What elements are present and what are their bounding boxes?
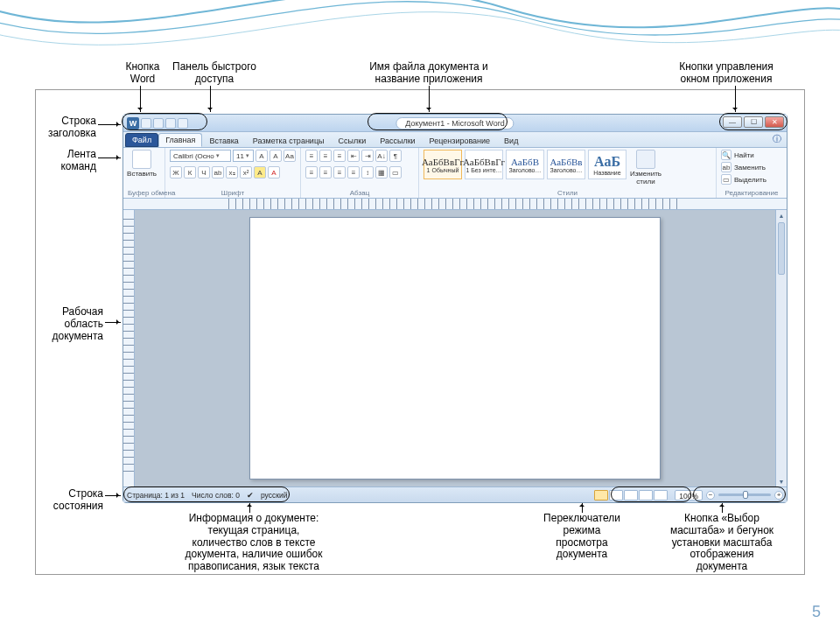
help-icon[interactable]: ⓘ <box>767 131 787 147</box>
line-spacing-icon[interactable]: ↕ <box>361 166 374 178</box>
tab-file[interactable]: Файл <box>125 133 158 147</box>
group-editing: 🔍Найти abЗаменить ▭Выделить Редактирован… <box>717 148 787 198</box>
justify-icon[interactable]: ≡ <box>347 166 360 178</box>
zoom-out-button[interactable]: − <box>706 491 715 500</box>
bullets-icon[interactable]: ≡ <box>305 150 318 162</box>
arrow <box>140 86 141 112</box>
grow-font-icon[interactable]: A <box>256 150 268 162</box>
minimize-button[interactable]: — <box>723 116 742 128</box>
scroll-up-icon[interactable]: ▲ <box>776 210 787 220</box>
superscript-icon[interactable]: x² <box>240 166 252 178</box>
replace-button[interactable]: abЗаменить <box>721 162 766 172</box>
titlebar: W Документ1 - Microsoft Word — ☐ ✕ <box>123 115 787 132</box>
workspace: ▲ ▼ <box>123 210 787 486</box>
scroll-thumb[interactable] <box>778 222 785 275</box>
ruler-horizontal[interactable] <box>123 199 787 210</box>
callout-ribbon: Лента команд <box>35 149 96 173</box>
view-print-layout[interactable] <box>594 490 608 500</box>
strike-icon[interactable]: ab <box>212 166 224 178</box>
close-button[interactable]: ✕ <box>765 116 784 128</box>
align-center-icon[interactable]: ≡ <box>319 166 332 178</box>
slide-number: 5 <box>812 603 821 621</box>
qat-undo-icon[interactable] <box>153 118 164 129</box>
status-proof-icon[interactable]: ✔ <box>247 491 254 500</box>
group-clipboard: Вставить Буфер обмена <box>123 148 165 198</box>
multilevel-icon[interactable]: ≡ <box>333 150 346 162</box>
style-heading2[interactable]: АаБбВв Заголово… <box>547 150 585 179</box>
arrow <box>98 124 121 125</box>
tab-home[interactable]: Главная <box>158 133 202 147</box>
qat-save-icon[interactable] <box>141 118 151 129</box>
tab-review[interactable]: Рецензирование <box>423 134 498 147</box>
numbering-icon[interactable]: ≡ <box>319 150 332 162</box>
ribbon: Вставить Буфер обмена Calibri (Осно▾ 11▾… <box>123 148 787 199</box>
status-words[interactable]: Число слов: 0 <box>192 491 240 500</box>
font-color-icon[interactable]: A <box>268 166 280 178</box>
tab-mail[interactable]: Рассылки <box>373 134 422 147</box>
callout-file-title: Имя файла документа и название приложени… <box>359 61 499 86</box>
group-paragraph: ≡ ≡ ≡ ⇤ ⇥ A↓ ¶ ≡ ≡ ≡ ≡ ↕ ▦ <box>301 148 419 198</box>
italic-button[interactable]: К <box>184 166 196 178</box>
bold-button[interactable]: Ж <box>170 166 182 178</box>
find-button[interactable]: 🔍Найти <box>721 150 766 160</box>
qat-redo-icon[interactable] <box>165 118 176 129</box>
style-no-spacing[interactable]: АаБбВвГг 1 Без инте… <box>465 150 503 179</box>
maximize-button[interactable]: ☐ <box>744 116 763 128</box>
style-normal[interactable]: АаБбВвГг 1 Обычный <box>424 150 462 179</box>
subscript-icon[interactable]: x₂ <box>226 166 238 178</box>
scroll-down-icon[interactable]: ▼ <box>776 476 787 486</box>
callout-word-button: Кнопка Word <box>121 61 164 86</box>
zoom-slider[interactable] <box>718 494 771 496</box>
view-draft[interactable] <box>654 490 668 500</box>
view-outline[interactable] <box>639 490 653 500</box>
sort-icon[interactable]: A↓ <box>375 150 388 162</box>
borders-icon[interactable]: ▭ <box>389 166 402 178</box>
clear-fmt-icon[interactable]: Aa <box>284 150 296 162</box>
page[interactable] <box>249 217 661 480</box>
tab-insert[interactable]: Вставка <box>202 134 245 147</box>
font-name-combo[interactable]: Calibri (Осно▾ <box>170 150 231 162</box>
diagram-stage: Кнопка Word Панель быстрого доступа Имя … <box>35 61 805 578</box>
ruler-vertical[interactable] <box>123 210 135 486</box>
align-right-icon[interactable]: ≡ <box>333 166 346 178</box>
align-left-icon[interactable]: ≡ <box>305 166 318 178</box>
style-heading1[interactable]: АаБбВ Заголово… <box>506 150 544 179</box>
callout-statusbar: Строка состояния <box>35 488 103 513</box>
group-editing-label: Редактирование <box>721 188 782 197</box>
arrow <box>582 502 583 513</box>
word-menu-button[interactable]: W <box>127 117 139 130</box>
status-page[interactable]: Страница: 1 из 1 <box>127 491 185 500</box>
paste-button[interactable]: Вставить <box>128 150 156 178</box>
qat-more-icon[interactable] <box>178 118 188 129</box>
find-icon: 🔍 <box>721 150 732 160</box>
paste-label: Вставить <box>127 170 157 178</box>
zoom-slider-knob[interactable] <box>743 491 748 499</box>
underline-button[interactable]: Ч <box>198 166 210 178</box>
ribbon-tabs: Файл Главная Вставка Разметка страницы С… <box>123 132 787 148</box>
highlight-icon[interactable]: A <box>254 166 266 178</box>
scrollbar-vertical[interactable]: ▲ ▼ <box>775 210 787 486</box>
indent-dec-icon[interactable]: ⇤ <box>347 150 360 162</box>
view-web[interactable] <box>624 490 638 500</box>
zoom-in-button[interactable]: + <box>774 491 783 500</box>
document-area[interactable] <box>135 210 775 486</box>
view-mode-switcher <box>594 490 668 500</box>
zoom-percent-button[interactable]: 100% <box>675 490 703 500</box>
shrink-font-icon[interactable]: A <box>270 150 282 162</box>
statusbar: Страница: 1 из 1 Число слов: 0 ✔ русский… <box>123 486 787 502</box>
status-lang[interactable]: русский <box>261 491 288 500</box>
group-clipboard-label: Буфер обмена <box>128 188 160 197</box>
group-font-label: Шрифт <box>170 188 296 197</box>
tab-layout[interactable]: Разметка страницы <box>246 134 332 147</box>
tab-refs[interactable]: Ссылки <box>332 134 374 147</box>
font-size-combo[interactable]: 11▾ <box>233 150 254 162</box>
style-title[interactable]: АаБ Название <box>588 150 626 179</box>
shading-icon[interactable]: ▦ <box>375 166 388 178</box>
view-full-read[interactable] <box>609 490 623 500</box>
show-marks-icon[interactable]: ¶ <box>389 150 402 162</box>
group-font: Calibri (Осно▾ 11▾ A A Aa Ж К Ч ab <box>165 148 301 198</box>
select-button[interactable]: ▭Выделить <box>721 174 766 185</box>
change-styles-button[interactable]: Изменить стили <box>629 150 662 186</box>
indent-inc-icon[interactable]: ⇥ <box>361 150 374 162</box>
tab-view[interactable]: Вид <box>497 134 525 147</box>
